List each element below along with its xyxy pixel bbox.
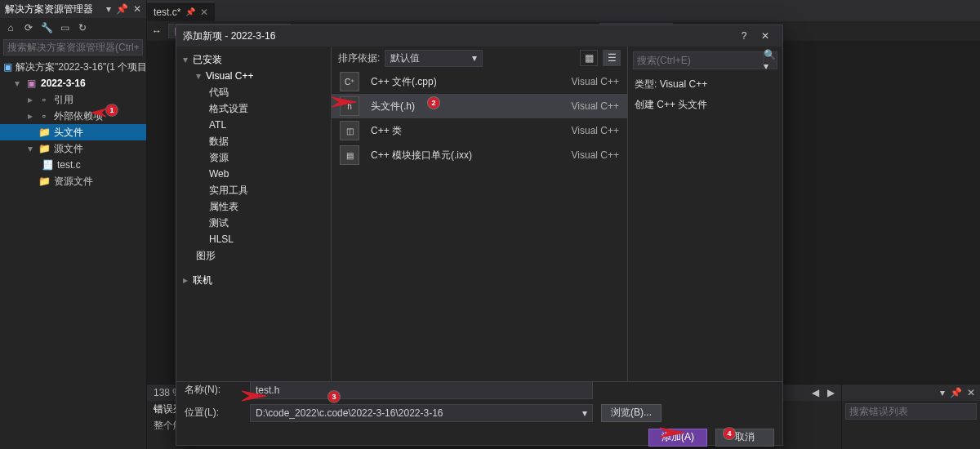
annotation-badge-3: 3 bbox=[328, 391, 340, 402]
annotation-arrow-1 bbox=[87, 106, 106, 118]
sort-combo[interactable]: 默认值 ▾ bbox=[385, 50, 483, 67]
external-deps-node[interactable]: ▸ ▫ 外部依赖项 bbox=[0, 108, 146, 124]
dropdown-icon[interactable]: ▾ bbox=[940, 387, 945, 398]
nav-online[interactable]: ▸联机 bbox=[176, 272, 331, 288]
name-label: 名称(N): bbox=[185, 383, 242, 397]
view-tiles-icon[interactable]: ▦ bbox=[580, 50, 598, 66]
template-cpp-class[interactable]: ◫ C++ 类 Visual C++ bbox=[332, 118, 627, 143]
add-new-item-dialog: 添加新项 - 2022-3-16 ? ✕ ▾已安装 ▾Visual C++ 代码… bbox=[176, 24, 783, 446]
location-combo[interactable]: D:\code_2022\c.code\2022-3-16\2022-3-16 … bbox=[250, 404, 593, 422]
help-button[interactable]: ? bbox=[733, 27, 755, 45]
template-module-unit[interactable]: ▤ C++ 模块接口单元(.ixx) Visual C++ bbox=[332, 143, 627, 167]
nav-item[interactable]: Web bbox=[176, 166, 331, 182]
nav-item[interactable]: 属性表 bbox=[176, 198, 331, 215]
nav-item[interactable]: 图形 bbox=[176, 247, 331, 264]
annotation-badge-2: 2 bbox=[428, 97, 439, 109]
nav-prev-icon[interactable]: ◀ bbox=[812, 387, 819, 398]
module-icon: ▤ bbox=[340, 145, 359, 165]
folder-icon: 📁 bbox=[38, 142, 51, 155]
pin-icon[interactable]: 📌 bbox=[950, 387, 962, 398]
tab-pin-icon[interactable]: 📌 bbox=[185, 7, 195, 16]
nav-item[interactable]: 实用工具 bbox=[176, 182, 331, 198]
annotation-arrow-2 bbox=[332, 95, 356, 109]
template-cpp-file[interactable]: C⁺ C++ 文件(.cpp) Visual C++ bbox=[332, 69, 627, 94]
panel-title: 解决方案资源管理器 bbox=[5, 2, 93, 16]
template-toolbar: 排序依据: 默认值 ▾ ▦ ☰ bbox=[332, 47, 627, 69]
external-icon: ▫ bbox=[38, 109, 51, 122]
template-list: C⁺ C++ 文件(.cpp) Visual C++ h 头文件(.h) Vis… bbox=[332, 69, 627, 381]
solution-search-input[interactable] bbox=[3, 39, 143, 56]
nav-item[interactable]: 资源 bbox=[176, 149, 331, 166]
filename-input[interactable] bbox=[250, 381, 593, 399]
close-icon[interactable]: ✕ bbox=[133, 3, 141, 15]
project-node[interactable]: ▾ ▣ 2022-3-16 bbox=[0, 75, 146, 91]
folder-icon: 📁 bbox=[38, 126, 51, 139]
nav-item[interactable]: HLSL bbox=[176, 231, 331, 247]
template-info-panel: 🔍▾ 类型: Visual C++ 创建 C++ 头文件 bbox=[627, 47, 782, 381]
nav-visual-cpp[interactable]: ▾Visual C++ bbox=[176, 68, 331, 84]
project-icon: ▣ bbox=[24, 77, 38, 90]
tab-strip: test.c* 📌 ✕ bbox=[147, 0, 980, 21]
close-icon[interactable]: ✕ bbox=[967, 387, 975, 398]
browse-button[interactable]: 浏览(B)... bbox=[601, 404, 662, 422]
folder-icon: 📁 bbox=[38, 175, 51, 188]
dialog-titlebar[interactable]: 添加新项 - 2022-3-16 ? ✕ bbox=[176, 25, 782, 47]
panel-title-bar: 解决方案资源管理器 ▾ 📌 ✕ bbox=[0, 0, 146, 18]
editor-tab-test-c[interactable]: test.c* 📌 ✕ bbox=[147, 2, 215, 21]
pin-icon[interactable]: 📌 bbox=[116, 3, 128, 15]
nav-installed[interactable]: ▾已安装 bbox=[176, 51, 331, 68]
annotation-badge-4: 4 bbox=[724, 428, 735, 439]
c-file-icon: 🧾 bbox=[41, 158, 54, 171]
home-icon[interactable]: ⌂ bbox=[3, 20, 18, 35]
tab-close-icon[interactable]: ✕ bbox=[200, 7, 208, 18]
template-search-input[interactable] bbox=[633, 51, 764, 69]
show-all-icon[interactable]: ▭ bbox=[57, 20, 72, 35]
nav-item[interactable]: 代码 bbox=[176, 84, 331, 100]
errorlist-side-panel: ▾ 📌 ✕ bbox=[841, 385, 980, 449]
nav-item[interactable]: 测试 bbox=[176, 215, 331, 231]
sort-label: 排序依据: bbox=[338, 51, 380, 65]
panel-toolbar: ⌂ ⟳ 🔧 ▭ ↻ bbox=[0, 18, 146, 38]
template-category-nav: ▾已安装 ▾Visual C++ 代码 格式设置 ATL 数据 资源 Web 实… bbox=[176, 47, 332, 381]
annotation-badge-1: 1 bbox=[106, 104, 118, 116]
nav-item[interactable]: 格式设置 bbox=[176, 100, 331, 117]
solution-tree: ▣ 解决方案"2022-3-16"(1 个项目/共 ▾ ▣ 2022-3-16 … bbox=[0, 57, 146, 191]
references-node[interactable]: ▸ ▫ 引用 bbox=[0, 91, 146, 108]
nav-next-icon[interactable]: ▶ bbox=[827, 387, 835, 398]
annotation-arrow-3 bbox=[242, 389, 266, 402]
template-description: 创建 C++ 头文件 bbox=[628, 95, 782, 115]
references-icon: ▫ bbox=[38, 93, 51, 106]
headers-folder-node[interactable]: 📁 头文件 bbox=[0, 124, 146, 140]
location-label: 位置(L): bbox=[185, 406, 242, 420]
sources-folder-node[interactable]: ▾ 📁 源文件 bbox=[0, 140, 146, 157]
source-file-node[interactable]: 🧾 test.c bbox=[0, 157, 146, 173]
template-header-file[interactable]: h 头文件(.h) Visual C++ bbox=[332, 94, 627, 118]
cpp-file-icon: C⁺ bbox=[340, 72, 359, 91]
cpp-class-icon: ◫ bbox=[340, 121, 359, 140]
view-list-icon[interactable]: ☰ bbox=[603, 50, 621, 66]
refresh-icon[interactable]: ↻ bbox=[75, 20, 90, 35]
nav-item[interactable]: ATL bbox=[176, 117, 331, 133]
solution-node[interactable]: ▣ 解决方案"2022-3-16"(1 个项目/共 bbox=[0, 59, 146, 75]
nav-back-icon[interactable]: ↔ bbox=[152, 25, 162, 37]
template-type-label: 类型: Visual C++ bbox=[628, 74, 782, 95]
errorlist-search-input[interactable] bbox=[845, 403, 977, 420]
dialog-footer: 名称(N): 位置(L): D:\code_2022\c.code\2022-3… bbox=[176, 381, 782, 445]
solution-explorer-panel: 解决方案资源管理器 ▾ 📌 ✕ ⌂ ⟳ 🔧 ▭ ↻ ▣ 解决 bbox=[0, 0, 147, 449]
nav-item[interactable]: 数据 bbox=[176, 133, 331, 149]
sync-icon[interactable]: ⟳ bbox=[21, 20, 36, 35]
resources-folder-node[interactable]: 📁 资源文件 bbox=[0, 173, 146, 189]
dialog-title: 添加新项 - 2022-3-16 bbox=[183, 29, 275, 43]
annotation-arrow-4 bbox=[660, 426, 684, 439]
dropdown-icon[interactable]: ▾ bbox=[106, 3, 111, 15]
chevron-down-icon: ▾ bbox=[472, 52, 477, 64]
chevron-down-icon: ▾ bbox=[582, 407, 587, 419]
properties-icon[interactable]: 🔧 bbox=[39, 20, 54, 35]
search-icon[interactable]: 🔍▾ bbox=[764, 51, 777, 69]
solution-icon: ▣ bbox=[3, 60, 12, 73]
dialog-close-icon[interactable]: ✕ bbox=[755, 27, 776, 45]
